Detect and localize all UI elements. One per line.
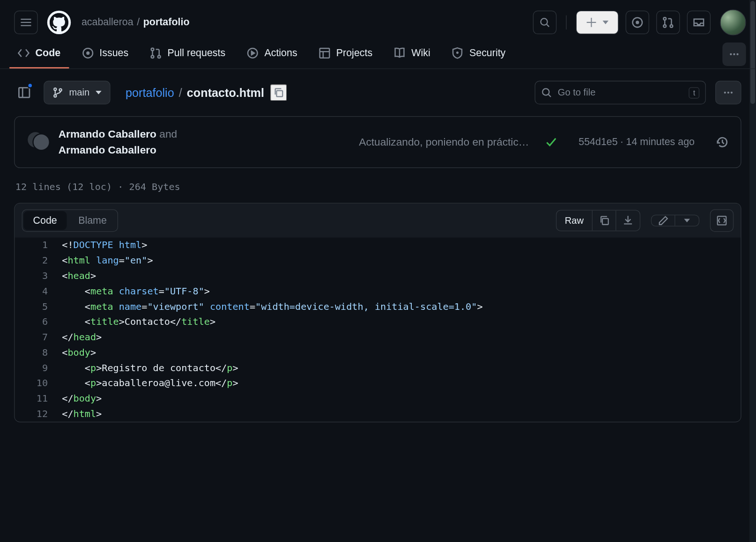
- commit-sha[interactable]: 554d1e5: [578, 136, 617, 147]
- search-icon: [541, 87, 552, 98]
- code-line[interactable]: 10 <p>acaballeroa@live.com</p>: [15, 376, 741, 391]
- view-blame-tab[interactable]: Blame: [67, 210, 117, 231]
- svg-rect-26: [602, 219, 608, 225]
- tab-label: Projects: [336, 47, 372, 59]
- line-number[interactable]: 11: [15, 391, 62, 406]
- file-area: main portafolio / contacto.html Go to fi…: [0, 69, 756, 434]
- github-logo[interactable]: [47, 11, 71, 34]
- svg-point-16: [736, 53, 738, 55]
- line-number[interactable]: 12: [15, 406, 62, 422]
- tab-actions[interactable]: Actions: [238, 40, 305, 68]
- svg-point-8: [151, 48, 154, 51]
- file-tree-toggle[interactable]: [14, 82, 34, 103]
- branch-select-button[interactable]: main: [44, 81, 110, 104]
- line-number[interactable]: 2: [15, 253, 62, 269]
- author-2[interactable]: Armando Caballero: [59, 144, 156, 155]
- kebab-icon: [729, 49, 740, 60]
- history-button[interactable]: [716, 136, 729, 149]
- line-content[interactable]: <!DOCTYPE html>: [62, 238, 147, 253]
- breadcrumb-sep: /: [137, 16, 140, 28]
- line-number[interactable]: 10: [15, 376, 62, 391]
- line-number[interactable]: 6: [15, 315, 62, 330]
- tab-code[interactable]: Code: [9, 40, 69, 68]
- commit-time: 14 minutes ago: [626, 136, 695, 147]
- search-button[interactable]: [533, 11, 556, 34]
- line-content[interactable]: <title>Contacto</title>: [62, 315, 215, 330]
- line-number[interactable]: 5: [15, 299, 62, 315]
- symbols-button[interactable]: [710, 209, 734, 232]
- issues-tray-button[interactable]: [626, 11, 649, 34]
- check-icon[interactable]: [546, 136, 557, 148]
- code-line[interactable]: 3<head>: [15, 268, 741, 284]
- code-line[interactable]: 7</head>: [15, 330, 741, 345]
- file-more-button[interactable]: [715, 81, 741, 104]
- branch-name: main: [69, 87, 89, 98]
- line-content[interactable]: <html lang="en">: [62, 253, 153, 269]
- tab-label: Issues: [99, 47, 128, 59]
- tab-security[interactable]: Security: [444, 40, 514, 68]
- line-content[interactable]: <head>: [62, 268, 96, 284]
- svg-point-24: [727, 92, 729, 94]
- line-number[interactable]: 4: [15, 284, 62, 299]
- copy-path-button[interactable]: [270, 84, 287, 101]
- code-line[interactable]: 2<html lang="en">: [15, 253, 741, 269]
- breadcrumb-owner[interactable]: acaballeroa: [82, 16, 133, 28]
- line-number[interactable]: 1: [15, 238, 62, 253]
- edit-group: [651, 215, 699, 227]
- tab-issues[interactable]: Issues: [74, 40, 137, 68]
- tab-projects[interactable]: Projects: [310, 40, 380, 68]
- view-code-tab[interactable]: Code: [23, 211, 67, 230]
- history-icon: [716, 136, 729, 149]
- line-content[interactable]: <meta name="viewport" content="width=dev…: [62, 299, 482, 315]
- line-content[interactable]: <p>acaballeroa@live.com</p>: [62, 376, 238, 391]
- inbox-button[interactable]: [687, 11, 711, 34]
- code-line[interactable]: 12</html>: [15, 406, 741, 422]
- line-content[interactable]: <p>Registro de contacto</p>: [62, 360, 238, 376]
- code-line[interactable]: 11</body>: [15, 391, 741, 406]
- line-content[interactable]: </head>: [62, 330, 102, 345]
- svg-rect-12: [319, 48, 329, 58]
- download-button[interactable]: [616, 211, 639, 231]
- latest-commit-box: Armando Caballero and Armando Caballero …: [14, 116, 741, 168]
- commit-sep: ·: [621, 136, 623, 147]
- edit-button[interactable]: [652, 215, 675, 226]
- tab-wiki[interactable]: Wiki: [385, 40, 439, 68]
- svg-point-10: [157, 55, 160, 58]
- code-line[interactable]: 1<!DOCTYPE html>: [15, 238, 741, 253]
- copy-button[interactable]: [593, 211, 616, 231]
- hamburger-button[interactable]: [14, 11, 37, 34]
- author-1[interactable]: Armando Caballero: [59, 128, 156, 139]
- code-line[interactable]: 5 <meta name="viewport" content="width=d…: [15, 299, 741, 315]
- code-area[interactable]: 1<!DOCTYPE html>2<html lang="en">3<head>…: [15, 238, 741, 422]
- line-number[interactable]: 8: [15, 345, 62, 360]
- code-line[interactable]: 6 <title>Contacto</title>: [15, 315, 741, 330]
- path-repo-link[interactable]: portafolio: [126, 86, 174, 99]
- pull-requests-tray-button[interactable]: [656, 11, 680, 34]
- code-line[interactable]: 8<body>: [15, 345, 741, 360]
- user-avatar[interactable]: [720, 9, 746, 35]
- raw-group: Raw: [556, 210, 640, 231]
- author-avatars[interactable]: [27, 131, 49, 154]
- svg-point-13: [457, 52, 458, 53]
- line-content[interactable]: <body>: [62, 345, 96, 360]
- line-content[interactable]: </html>: [62, 406, 102, 422]
- line-number[interactable]: 3: [15, 268, 62, 284]
- breadcrumb-repo[interactable]: portafolio: [143, 16, 190, 28]
- create-new-button[interactable]: [576, 11, 619, 34]
- more-tabs-button[interactable]: [722, 43, 746, 66]
- raw-button[interactable]: Raw: [556, 211, 593, 231]
- svg-rect-17: [19, 88, 30, 97]
- line-number[interactable]: 7: [15, 330, 62, 345]
- line-content[interactable]: <meta charset="UTF-8">: [62, 284, 210, 299]
- commit-message[interactable]: Actualizando, poniendo en práctic…: [359, 136, 529, 148]
- code-line[interactable]: 9 <p>Registro de contacto</p>: [15, 360, 741, 376]
- line-number[interactable]: 9: [15, 360, 62, 376]
- symbols-icon: [717, 215, 727, 226]
- tab-pull-requests[interactable]: Pull requests: [141, 40, 234, 68]
- go-to-file-input[interactable]: Go to file t: [535, 81, 706, 104]
- code-line[interactable]: 4 <meta charset="UTF-8">: [15, 284, 741, 299]
- edit-dropdown-button[interactable]: [675, 215, 698, 226]
- book-icon: [394, 47, 406, 59]
- code-toolbar: Code Blame Raw: [15, 204, 741, 238]
- line-content[interactable]: </body>: [62, 391, 102, 406]
